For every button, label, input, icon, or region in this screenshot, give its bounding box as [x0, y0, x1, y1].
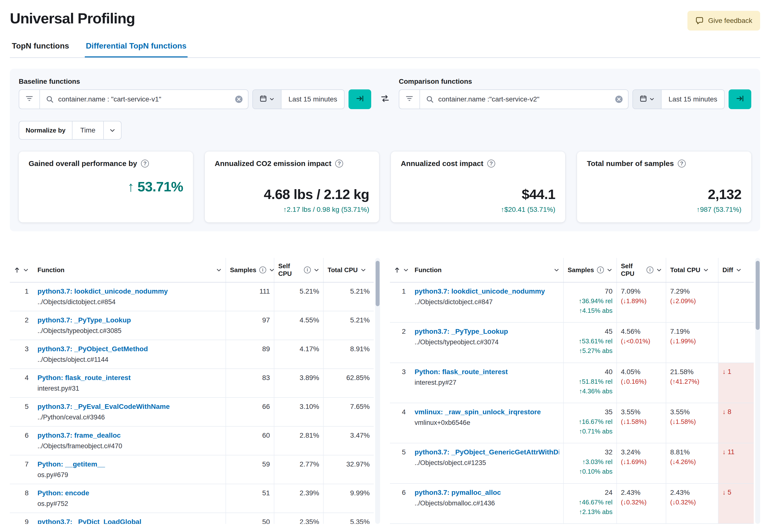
- normalize-by-dropdown[interactable]: [103, 121, 121, 139]
- scrollbar-thumb[interactable]: [756, 261, 760, 330]
- function-link[interactable]: python3.7: _PyDict_LoadGlobal: [37, 518, 221, 524]
- comparison-add-filter-button[interactable]: [399, 89, 420, 109]
- function-link[interactable]: vmlinux: _raw_spin_unlock_irqrestore: [415, 408, 559, 416]
- comparison-clear-icon[interactable]: [615, 95, 623, 103]
- info-icon[interactable]: [304, 266, 311, 273]
- comparison-time-range[interactable]: Last 15 minutes: [662, 90, 724, 109]
- row-rank: 2: [390, 322, 411, 363]
- help-icon[interactable]: [487, 160, 495, 167]
- function-link[interactable]: Python: encode: [37, 489, 221, 497]
- rank-sort-header[interactable]: [10, 258, 34, 282]
- samples-column-header[interactable]: Samples: [564, 258, 617, 282]
- baseline-apply-button[interactable]: [348, 89, 371, 109]
- function-link[interactable]: Python: flask_route_interest: [415, 368, 559, 376]
- row-rank: 5: [10, 398, 34, 426]
- total-cpu-delta: (↓0.32%): [670, 499, 714, 506]
- function-link[interactable]: python3.7: _PyObject_GenericGetAttrWithD…: [415, 448, 559, 456]
- function-link[interactable]: python3.7: _PyType_Lookup: [37, 316, 221, 324]
- card-delta: ↑$20.41 (53.71%): [501, 206, 555, 214]
- function-column-header[interactable]: Function: [411, 258, 564, 282]
- total-cpu-cell: 3.47%: [323, 426, 374, 455]
- samples-header-label: Samples: [230, 266, 256, 274]
- scrollbar-thumb[interactable]: [375, 261, 379, 306]
- baseline-clear-icon[interactable]: [235, 95, 243, 103]
- total-cpu-column-header[interactable]: Total CPU: [666, 258, 718, 282]
- self-cpu-column-header[interactable]: Self CPU: [274, 258, 323, 282]
- function-link[interactable]: python3.7: lookdict_unicode_nodummy: [37, 287, 221, 295]
- total-cpu-value: 3.55%: [670, 408, 714, 416]
- baseline-time-range[interactable]: Last 15 minutes: [281, 90, 344, 109]
- self-cpu-header-label: Self CPU: [621, 262, 644, 278]
- samples-cell: 59: [226, 455, 274, 484]
- diff-column-header[interactable]: Diff: [718, 258, 754, 282]
- give-feedback-button[interactable]: Give feedback: [687, 11, 760, 31]
- samples-cell: 24 ↑46.67% rel ↑2.13% abs: [564, 483, 617, 524]
- function-column-header[interactable]: Function: [34, 258, 226, 282]
- normalize-by-value[interactable]: Time: [72, 121, 103, 139]
- comparison-table-scrollbar[interactable]: [755, 258, 760, 524]
- info-icon[interactable]: [259, 266, 266, 273]
- total-cpu-cell: 5.21%: [323, 311, 374, 340]
- comparison-date-picker-button[interactable]: [633, 90, 662, 109]
- function-link[interactable]: python3.7: _PyEval_EvalCodeWithName: [37, 403, 221, 411]
- self-cpu-value: 4.05%: [621, 368, 662, 376]
- samples-column-header[interactable]: Samples: [226, 258, 274, 282]
- help-icon[interactable]: [141, 160, 149, 167]
- baseline-date-picker-button[interactable]: [253, 90, 281, 109]
- comparison-query-input[interactable]: [438, 95, 610, 103]
- total-cpu-value: 2.43%: [670, 489, 714, 497]
- diff-cell: ↓ 1: [718, 363, 754, 403]
- baseline-functions-table: Function Samples Self CPU Total CPU: [10, 258, 374, 524]
- samples-value: 45: [568, 328, 613, 335]
- card-value-text: 53.71%: [137, 179, 183, 194]
- function-link[interactable]: python3.7: _PyObject_GetMethod: [37, 345, 221, 353]
- comparison-table-row: 2 python3.7: _PyType_Lookup ../Objects/t…: [390, 322, 754, 363]
- card-value: 2,132: [704, 186, 741, 202]
- baseline-table-scrollbar[interactable]: [375, 258, 380, 524]
- diff-cell: ↓ 8: [718, 403, 754, 443]
- comparison-search-box: [420, 89, 629, 109]
- baseline-filter-group: Baseline functions: [19, 78, 371, 109]
- total-cpu-column-header[interactable]: Total CPU: [323, 258, 374, 282]
- comparison-table-row: 4 vmlinux: _raw_spin_unlock_irqrestore v…: [390, 403, 754, 443]
- samples-delta-rel: ↑36.94% rel: [568, 297, 613, 305]
- baseline-label: Baseline functions: [19, 78, 371, 85]
- total-cpu-cell: 9.99%: [323, 484, 374, 513]
- info-icon[interactable]: [597, 266, 604, 273]
- function-link[interactable]: python3.7: frame_dealloc: [37, 432, 221, 439]
- tab-differential-topn-functions[interactable]: Differential TopN functions: [85, 38, 187, 57]
- baseline-add-filter-button[interactable]: [19, 89, 39, 109]
- tab-topn-functions[interactable]: TopN functions: [11, 38, 70, 57]
- rank-sort-header[interactable]: [390, 258, 411, 282]
- function-cell: python3.7: _PyType_Lookup ../Objects/typ…: [34, 311, 226, 340]
- functions-tables: Function Samples Self CPU Total CPU: [10, 258, 760, 524]
- samples-delta-abs: ↑2.13% abs: [568, 508, 613, 516]
- self-cpu-column-header[interactable]: Self CPU: [617, 258, 666, 282]
- function-source: interest.py#31: [37, 385, 221, 392]
- summary-card: Gained overall performance by ↑53.71%: [19, 151, 193, 222]
- total-cpu-value: 21.58%: [670, 368, 714, 376]
- info-icon[interactable]: [647, 266, 653, 273]
- function-header-label: Function: [415, 266, 442, 274]
- chevron-down-icon: [314, 267, 319, 273]
- self-cpu-cell: 2.77%: [274, 455, 323, 484]
- comparison-apply-button[interactable]: [729, 89, 751, 109]
- help-icon[interactable]: [678, 160, 686, 167]
- card-body: 2,132 ↑987 (53.71%): [587, 168, 741, 215]
- help-icon[interactable]: [335, 160, 343, 167]
- function-cell: python3.7: _PyEval_EvalCodeWithName ../P…: [34, 398, 226, 426]
- baseline-query-input[interactable]: [58, 95, 230, 103]
- apply-refresh-icon: [736, 95, 744, 104]
- samples-delta-abs: ↑4.36% abs: [568, 387, 613, 395]
- function-link[interactable]: Python: flask_route_interest: [37, 374, 221, 382]
- function-link[interactable]: python3.7: pymalloc_alloc: [415, 489, 559, 497]
- query-panel: Baseline functions: [10, 69, 760, 231]
- card-value: 4.68 lbs / 2.12 kg: [260, 186, 369, 202]
- function-link[interactable]: python3.7: lookdict_unicode_nodummy: [415, 287, 559, 295]
- function-link[interactable]: Python: __getitem__: [37, 460, 221, 468]
- self-cpu-value: 3.55%: [621, 408, 662, 416]
- swap-queries-button[interactable]: [374, 89, 396, 109]
- samples-cell: 66: [226, 398, 274, 426]
- row-rank: 4: [10, 369, 34, 398]
- function-link[interactable]: python3.7: _PyType_Lookup: [415, 328, 559, 335]
